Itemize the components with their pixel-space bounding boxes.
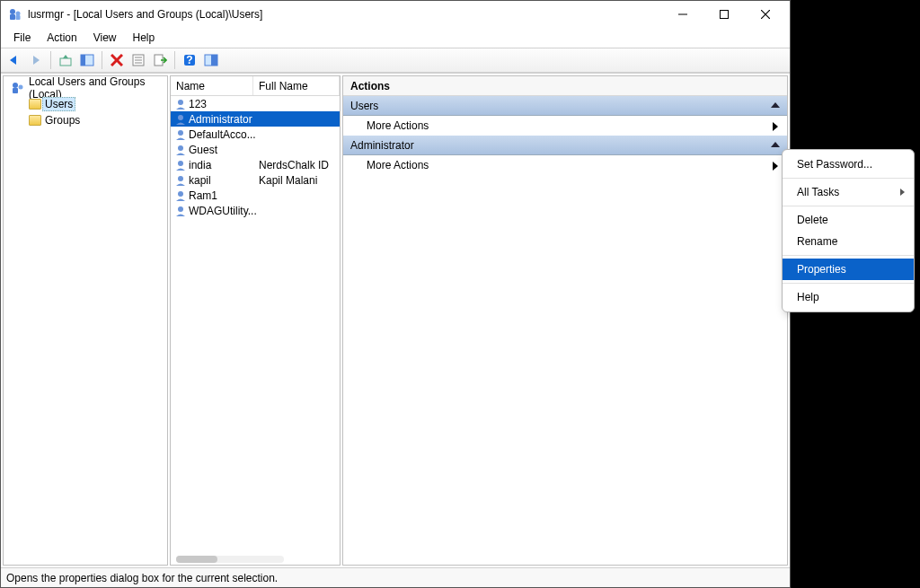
actions-more-users[interactable]: More Actions <box>343 116 787 136</box>
actions-header-users[interactable]: Users <box>343 96 787 116</box>
list-pane[interactable]: Name Full Name 123AdministratorDefaultAc… <box>170 75 341 566</box>
actions-more-admin[interactable]: More Actions <box>343 155 787 175</box>
submenu-arrow-icon <box>773 122 778 131</box>
user-icon <box>174 98 187 110</box>
user-row[interactable]: Guest <box>171 142 340 157</box>
help-button[interactable]: ? <box>180 50 199 70</box>
user-icon <box>174 113 187 126</box>
actions-header-users-label: Users <box>350 100 378 112</box>
tree-root-node[interactable]: Local Users and Groups (Local) <box>9 80 167 96</box>
user-name: Administrator <box>189 113 257 126</box>
ctx-separator <box>783 283 914 284</box>
toolbar-separator-2 <box>102 51 102 69</box>
collapse-arrow-icon <box>771 142 780 147</box>
svg-rect-3 <box>16 15 21 20</box>
col-header-fullname[interactable]: Full Name <box>253 76 340 95</box>
actions-header-admin[interactable]: Administrator <box>343 136 787 155</box>
ctx-all-tasks[interactable]: All Tasks <box>783 181 914 203</box>
toolbar: ? <box>1 48 790 73</box>
svg-rect-10 <box>81 55 85 66</box>
ctx-properties[interactable]: Properties <box>783 259 914 280</box>
user-name: DefaultAcco... <box>189 128 257 141</box>
svg-rect-23 <box>13 88 18 93</box>
menu-file[interactable]: File <box>6 30 38 46</box>
user-row[interactable]: DefaultAcco... <box>171 127 340 142</box>
menu-view[interactable]: View <box>86 30 124 46</box>
svg-point-22 <box>13 83 18 88</box>
svg-point-25 <box>178 100 183 105</box>
user-icon <box>174 174 187 187</box>
ctx-set-password-label: Set Password... <box>797 158 872 171</box>
properties-button[interactable] <box>128 50 148 70</box>
user-row[interactable]: kapilKapil Malani <box>171 172 340 188</box>
submenu-arrow-icon <box>900 189 905 196</box>
ctx-help-label: Help <box>797 291 819 303</box>
svg-point-32 <box>178 206 183 212</box>
svg-point-30 <box>178 176 183 181</box>
svg-rect-21 <box>211 55 217 66</box>
ctx-delete-label: Delete <box>797 214 828 226</box>
tree-pane[interactable]: Local Users and Groups (Local) Users Gro… <box>3 75 168 566</box>
user-row[interactable]: Administrator <box>171 111 340 127</box>
menubar: File Action View Help <box>1 28 790 48</box>
user-row[interactable]: 123 <box>171 96 340 111</box>
menu-help[interactable]: Help <box>126 30 163 46</box>
ctx-set-password[interactable]: Set Password... <box>783 154 914 175</box>
list-body[interactable]: 123AdministratorDefaultAcco...Guestindia… <box>171 96 340 565</box>
user-row[interactable]: indiaNerdsChalk ID <box>171 157 340 172</box>
actions-more-admin-label: More Actions <box>367 159 429 171</box>
toolbar-separator <box>50 51 51 69</box>
ctx-properties-label: Properties <box>797 263 846 276</box>
svg-rect-8 <box>60 58 71 66</box>
ctx-help[interactable]: Help <box>783 286 914 308</box>
folder-icon <box>29 99 41 110</box>
ctx-separator <box>783 206 914 206</box>
ctx-rename-label: Rename <box>797 235 837 248</box>
horizontal-scrollbar[interactable] <box>176 556 284 563</box>
window: lusrmgr - [Local Users and Groups (Local… <box>0 0 791 588</box>
client-area: Local Users and Groups (Local) Users Gro… <box>1 73 790 567</box>
forward-button[interactable] <box>26 50 46 70</box>
status-text: Opens the properties dialog box for the … <box>6 572 278 584</box>
user-icon <box>174 205 187 217</box>
actions-more-users-label: More Actions <box>367 119 429 132</box>
user-icon <box>174 128 187 141</box>
svg-point-26 <box>178 115 183 120</box>
ctx-separator <box>783 178 914 179</box>
user-row[interactable]: Ram1 <box>171 188 340 203</box>
svg-point-31 <box>178 191 183 197</box>
ctx-all-tasks-label: All Tasks <box>797 186 839 198</box>
svg-text:?: ? <box>186 54 192 66</box>
user-icon <box>174 144 187 156</box>
actions-header-admin-label: Administrator <box>350 139 414 152</box>
refresh-button[interactable] <box>201 50 221 70</box>
tree-node-groups[interactable]: Groups <box>9 112 167 128</box>
ctx-rename[interactable]: Rename <box>783 231 914 252</box>
delete-button[interactable] <box>107 50 127 70</box>
user-name: kapil <box>189 174 257 187</box>
scrollbar-thumb[interactable] <box>176 556 217 563</box>
ctx-delete[interactable]: Delete <box>783 209 914 231</box>
minimize-button[interactable] <box>662 1 703 28</box>
user-row[interactable]: WDAGUtility... <box>171 203 340 218</box>
svg-rect-1 <box>10 14 15 20</box>
svg-point-24 <box>19 85 23 90</box>
submenu-arrow-icon <box>773 162 778 171</box>
show-hide-tree-button[interactable] <box>77 50 97 70</box>
folder-icon <box>29 115 41 126</box>
svg-point-28 <box>178 145 183 151</box>
close-button[interactable] <box>745 1 786 28</box>
svg-point-0 <box>10 9 15 14</box>
maximize-button[interactable] <box>703 1 745 28</box>
back-button[interactable] <box>4 50 24 70</box>
up-level-button[interactable] <box>56 50 75 70</box>
toolbar-separator-3 <box>174 51 175 69</box>
list-header[interactable]: Name Full Name <box>171 76 340 96</box>
user-name: india <box>189 159 257 171</box>
export-button[interactable] <box>150 50 170 70</box>
app-icon <box>8 7 22 22</box>
col-header-name[interactable]: Name <box>171 76 253 95</box>
actions-pane: Actions Users More Actions Administrator… <box>342 75 788 566</box>
menu-action[interactable]: Action <box>40 30 84 46</box>
user-name: 123 <box>189 98 257 110</box>
